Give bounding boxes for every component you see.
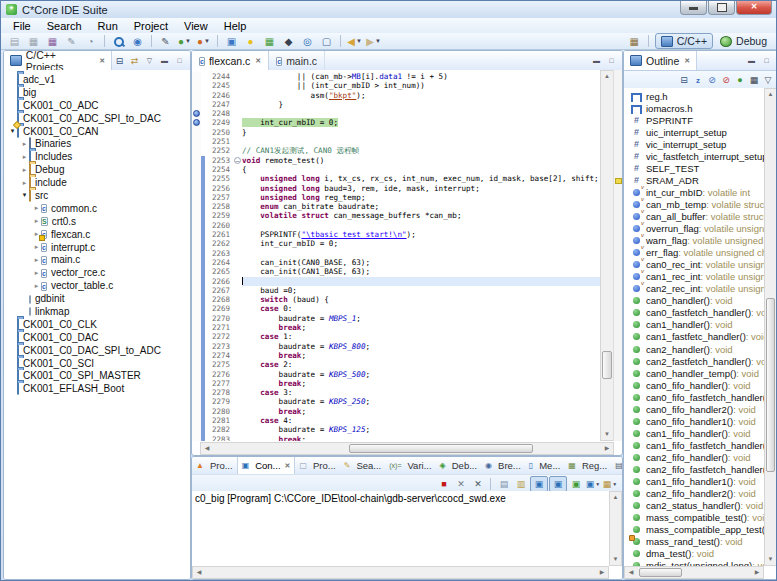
code-line-2256[interactable]: 2256 unsigned long baud=3, rem, ide, mas… bbox=[192, 184, 600, 193]
occurrence-marker[interactable] bbox=[615, 178, 622, 184]
code-text[interactable]: case 0: bbox=[242, 304, 600, 313]
code-line-2265[interactable]: 2265 can_init(CAN1_BASE, 63); bbox=[192, 267, 600, 276]
outline-item-uic_interrupt_setup[interactable]: #uic_interrupt_setup bbox=[624, 126, 764, 138]
expand-arrow-icon[interactable]: ▸ bbox=[32, 204, 41, 212]
show-console-on-output-icon[interactable]: ▣ bbox=[549, 476, 567, 492]
expand-arrow-icon[interactable]: ▸ bbox=[20, 166, 29, 174]
bottom-tab-console[interactable]: ▣Con...✕ bbox=[237, 457, 296, 474]
open-perspective-button[interactable]: ▦ bbox=[626, 34, 643, 48]
code-line-2260[interactable]: 2260 bbox=[192, 221, 600, 230]
code-line-2261[interactable]: 2261 PSPRINTF("\tbasic test start!\n"); bbox=[192, 230, 600, 239]
outline-item-can0_fastfetch_handler[interactable]: can0_fastfetch_handler() : void bbox=[624, 307, 764, 319]
code-line-2283[interactable]: 2283 break; bbox=[192, 435, 600, 441]
code-line-2262[interactable]: 2262 int_cur_mbID = 0; bbox=[192, 239, 600, 248]
code-line-2268[interactable]: 2268 switch (baud) { bbox=[192, 295, 600, 304]
outline-item-can2_handler[interactable]: can2_handler() : void bbox=[624, 343, 764, 355]
fold-collapse-icon[interactable]: – bbox=[234, 157, 241, 164]
save-all-icon[interactable]: ▦ bbox=[25, 34, 42, 48]
tree-item-vector_rce.c[interactable]: ▸cvector_rce.c bbox=[4, 266, 190, 279]
code-text[interactable]: break; bbox=[242, 323, 600, 332]
code-line-2251[interactable]: 2251 bbox=[192, 137, 600, 146]
bottom-tab-debug[interactable]: ◈Deb... bbox=[436, 457, 482, 474]
outline-item-iomacrosh[interactable]: iomacros.h bbox=[624, 102, 764, 114]
scroll-down-arrow[interactable]: ▼ bbox=[765, 554, 776, 565]
collapse-all-icon[interactable]: ⊟ bbox=[677, 74, 691, 87]
outline-item-can1_fifo_handler1[interactable]: can1_fifo_handler1() : void bbox=[624, 476, 764, 488]
outline-vertical-scrollbar[interactable]: ▲ ▼ bbox=[764, 88, 777, 566]
outline-item-PSPRINTF[interactable]: #PSPRINTF bbox=[624, 114, 764, 126]
code-line-2273[interactable]: 2273 baudrate = KBPS_800; bbox=[192, 342, 600, 351]
tree-item-big[interactable]: big bbox=[4, 86, 190, 99]
code-line-2276[interactable]: 2276 baudrate = KBPS_500; bbox=[192, 370, 600, 379]
debug-launch-icon[interactable]: ●▼ bbox=[176, 34, 193, 48]
scrollbar-thumb[interactable] bbox=[639, 568, 682, 577]
code-line-2282[interactable]: 2282 baudrate = KBPS_125; bbox=[192, 425, 600, 434]
scroll-right-arrow[interactable]: ▶ bbox=[601, 443, 613, 454]
scroll-right-arrow[interactable]: ▶ bbox=[596, 567, 608, 578]
outline-item-can0_fifo_handler1[interactable]: can0_fifo_handler1() : void bbox=[624, 415, 764, 427]
target-window-icon[interactable]: ▦ bbox=[261, 34, 278, 48]
outline-item-mass_compatible_app_test[interactable]: mass_compatible_app_test() : void bbox=[624, 524, 764, 536]
outline-item-can0_fifo_handler2[interactable]: can0_fifo_handler2() : void bbox=[624, 403, 764, 415]
code-text[interactable]: unsigned long reg_temp; bbox=[242, 193, 600, 202]
outline-item-can1_fifo_handler[interactable]: can1_fifo_handler() : void bbox=[624, 427, 764, 439]
open-element-icon[interactable]: ◉ bbox=[129, 34, 146, 48]
code-line-2280[interactable]: 2280 break; bbox=[192, 407, 600, 416]
close-icon[interactable]: ✕ bbox=[684, 57, 690, 65]
bottom-tab-problems[interactable]: ▲Pro... bbox=[192, 457, 237, 474]
code-text[interactable]: switch (baud) { bbox=[242, 295, 600, 304]
remove-launch-icon[interactable]: ✕ bbox=[453, 477, 469, 491]
code-text[interactable]: unsigned long i, tx_cs, rx_cs, int_num, … bbox=[242, 174, 600, 183]
tab-outline[interactable]: Outline ✕ bbox=[624, 51, 697, 70]
menu-item-file[interactable]: File bbox=[5, 20, 39, 32]
outline-item-can0_handler_temp[interactable]: can0_handler_temp() : void bbox=[624, 367, 764, 379]
code-line-2264[interactable]: 2264 can_init(CAN0_BASE, 63); bbox=[192, 258, 600, 267]
code-text[interactable]: { bbox=[242, 165, 600, 174]
code-text[interactable]: void remote_test() bbox=[242, 156, 600, 165]
code-line-2253[interactable]: 2253–void remote_test() bbox=[192, 156, 600, 165]
code-line-2257[interactable]: 2257 unsigned long reg_temp; bbox=[192, 193, 600, 202]
breakpoint-icon[interactable] bbox=[193, 110, 200, 117]
code-line-2259[interactable]: 2259 volatile struct can_message_buffers… bbox=[192, 211, 600, 220]
disc-icon[interactable]: ◎ bbox=[299, 34, 316, 48]
link-with-editor-icon[interactable]: ⇄ bbox=[127, 56, 142, 66]
code-text[interactable]: unsigned long baud=3, rem, ide, mask, in… bbox=[242, 184, 600, 193]
hide-static-icon[interactable]: ⊘ bbox=[719, 74, 733, 87]
code-text[interactable]: PSPRINTF("\tbasic test start!\n"); bbox=[242, 230, 600, 239]
tree-item-ck001_c0_can[interactable]: ▾CK001_C0_CAN bbox=[4, 125, 190, 138]
code-text[interactable]: break; bbox=[242, 351, 600, 360]
console-tool-icon[interactable]: ▣ bbox=[223, 34, 240, 48]
code-text[interactable]: break; bbox=[242, 435, 600, 441]
code-line-2245[interactable]: 2245 || (int_cur_mbID > int_num)) bbox=[192, 81, 600, 90]
forward-icon[interactable]: ▶▼ bbox=[365, 34, 382, 48]
code-text[interactable]: int_cur_mbID = 0; bbox=[242, 118, 600, 127]
back-icon[interactable]: ◀▼ bbox=[346, 34, 363, 48]
outline-item-can0_fifo_handler[interactable]: can0_fifo_handler() : void bbox=[624, 379, 764, 391]
code-text[interactable]: can_init(CAN0_BASE, 63); bbox=[242, 258, 600, 267]
tab-cpp-projects[interactable]: C/C++ Projects ✕ bbox=[4, 51, 112, 70]
minimize-icon[interactable]: ▬ bbox=[589, 57, 604, 64]
terminate-icon[interactable]: ■ bbox=[436, 477, 452, 491]
hide-fields-icon[interactable]: ⊘ bbox=[705, 74, 719, 87]
filter-icon[interactable]: ▦ bbox=[747, 74, 761, 87]
tree-item-ck001_c0_adc_spi_to_dac[interactable]: CK001_C0_ADC_SPI_to_DAC bbox=[4, 112, 190, 125]
code-text[interactable]: } bbox=[242, 128, 600, 137]
code-text[interactable]: baudrate = KBPS_125; bbox=[242, 425, 600, 434]
outline-item-SELF_TEST[interactable]: #SELF_TEST bbox=[624, 162, 764, 174]
code-text[interactable]: case 4: bbox=[242, 416, 600, 425]
code-text[interactable]: baudrate = MBPS_1; bbox=[242, 314, 600, 323]
outline-item-regh[interactable]: reg.h bbox=[624, 90, 764, 102]
console-output[interactable]: c0_big [Program] C:\CCore_IDE\tool-chain… bbox=[192, 491, 622, 579]
screen-icon[interactable]: ▢ bbox=[318, 34, 335, 48]
close-window-button[interactable]: ✕ bbox=[736, 1, 772, 15]
outline-item-can0_fifo_fastfetch_handler[interactable]: can0_fifo_fastfetch_handler() : void bbox=[624, 391, 764, 403]
outline-item-can_all_buffer[interactable]: can_all_buffer : volatile struct bbox=[624, 210, 764, 222]
tree-item-linkmap[interactable]: linkmap bbox=[4, 305, 190, 318]
outline-item-can2_rec_int[interactable]: can2_rec_int : volatile unsigned bbox=[624, 283, 764, 295]
bottom-tab-registers[interactable]: ▦Reg... bbox=[564, 457, 611, 474]
tree-item-adc_v1[interactable]: adc_v1 bbox=[4, 73, 190, 86]
menu-item-view[interactable]: View bbox=[176, 20, 216, 32]
code-line-2267[interactable]: 2267 baud =0; bbox=[192, 286, 600, 295]
code-text[interactable]: || (can_mb->MB[i].data1 != i + 5) bbox=[242, 72, 600, 81]
outline-item-can2_fifo_handler[interactable]: can2_fifo_handler() : void bbox=[624, 451, 764, 463]
